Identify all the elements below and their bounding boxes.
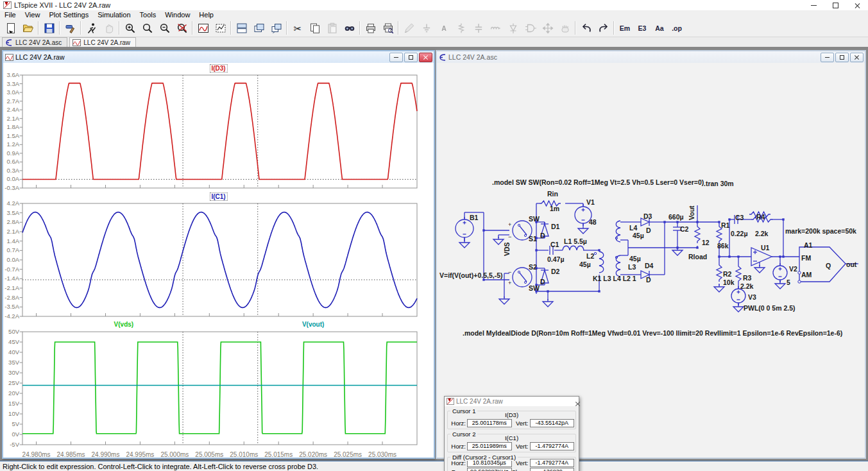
- schematic-label[interactable]: D: [540, 278, 545, 286]
- menu-help[interactable]: Help: [194, 11, 218, 19]
- schematic-label[interactable]: L1 5.5µ: [564, 237, 587, 245]
- schematic-label[interactable]: 45µ: [579, 261, 591, 268]
- schematic-label[interactable]: D: [646, 227, 651, 234]
- schematic-label[interactable]: 660µ: [668, 213, 684, 221]
- arrange-windows-icon[interactable]: [268, 19, 285, 37]
- freq-value[interactable]: 92.503987KHz: [467, 468, 512, 471]
- cascade-windows-icon[interactable]: [250, 19, 268, 37]
- schematic-label[interactable]: 2.2k: [755, 230, 769, 237]
- sch-restore-button[interactable]: [835, 53, 849, 62]
- schematic-label[interactable]: C2: [680, 225, 689, 233]
- schematic-label[interactable]: A1: [804, 241, 813, 249]
- zoom-in-icon[interactable]: [121, 19, 139, 37]
- schematic-label[interactable]: PWL(0 0 5m 2.5): [744, 304, 796, 312]
- schematic-window-title-bar[interactable]: LLC 24V 2A.asc: [437, 51, 865, 63]
- save-icon[interactable]: [40, 19, 58, 37]
- menu-simulation[interactable]: Simulation: [93, 11, 135, 19]
- cursor1-vert-value[interactable]: -43.55142pA: [530, 419, 575, 427]
- schematic-label[interactable]: .model SW SW(Ron=0.02 Roff=1Meg Vt=2.5 V…: [492, 178, 704, 186]
- sch-close-button[interactable]: [850, 53, 864, 62]
- waveform-window-title-bar[interactable]: LLC 24V 2A.raw: [3, 51, 434, 63]
- diff-vert-value[interactable]: -1.4792774A: [530, 459, 575, 467]
- schematic-label[interactable]: D1: [551, 223, 560, 230]
- schematic-label[interactable]: L3: [628, 263, 636, 271]
- schematic-label[interactable]: R1: [721, 221, 730, 229]
- cursor2-horz-value[interactable]: 25.011989ms: [467, 442, 512, 450]
- zoom-full-extents-icon[interactable]: [173, 19, 191, 37]
- schematic-label[interactable]: mark=200k space=50k: [785, 227, 856, 235]
- schematic-label[interactable]: 2.2k: [740, 282, 754, 290]
- schematic-label[interactable]: R2: [723, 270, 732, 278]
- zoom-box-icon[interactable]: [212, 19, 229, 37]
- waveform-pane-2[interactable]: 4.2A3.5A2.8A2.1A1.4A0.7A0.0A-0.7A-1.4A-2…: [3, 201, 429, 318]
- waveform-plot-area[interactable]: I(D3)3.6A3.3A3.0A2.7A2.4A2.1A1.8A1.5A1.2…: [3, 63, 434, 458]
- schematic-label[interactable]: 45µ: [629, 255, 641, 262]
- schematic-label[interactable]: 45µ: [633, 232, 644, 239]
- plot-close-button[interactable]: [419, 53, 432, 62]
- new-schematic-icon[interactable]: [2, 19, 19, 37]
- schematic-label[interactable]: L4: [629, 224, 637, 232]
- schematic-label[interactable]: S1: [529, 235, 537, 243]
- schematic-label[interactable]: 48: [589, 218, 597, 226]
- schematic-label[interactable]: V3: [748, 293, 756, 301]
- waveform-pane-3[interactable]: 50V45V40V35V30V25V20V15V10V5V0V-5V: [3, 329, 429, 447]
- print-preview-icon[interactable]: [379, 19, 396, 37]
- schematic-label[interactable]: C1: [550, 241, 559, 248]
- tab-llc-24v-2a-asc[interactable]: LLC 24V 2A.asc: [2, 37, 67, 47]
- schematic-label[interactable]: Q: [826, 262, 831, 270]
- schematic-label[interactable]: D: [540, 232, 545, 239]
- plot-minimize-button[interactable]: [389, 53, 403, 62]
- schematic-label[interactable]: D2: [551, 268, 560, 275]
- schematic-label[interactable]: 1m: [550, 205, 559, 212]
- slope-value[interactable]: -136839: [530, 468, 575, 471]
- schematic-label[interactable]: R4: [756, 213, 765, 221]
- schematic-label[interactable]: AM: [801, 271, 812, 278]
- menu-view[interactable]: View: [21, 11, 45, 19]
- schematic-label[interactable]: C3: [735, 214, 744, 221]
- trace-label-id3[interactable]: I(D3): [209, 64, 227, 73]
- menu-plot-settings[interactable]: Plot Settings: [44, 11, 93, 19]
- schematic-label[interactable]: FM: [801, 254, 811, 262]
- cursor2-vert-value[interactable]: -1.4792774A: [530, 442, 575, 450]
- schematic-label[interactable]: 0.22µ: [731, 230, 748, 237]
- cursor1-horz-value[interactable]: 25.001178ms: [467, 419, 512, 427]
- plot-restore-button[interactable]: [404, 53, 418, 62]
- undo-icon[interactable]: [577, 19, 595, 37]
- schematic-label[interactable]: 5: [787, 278, 790, 286]
- schematic-label[interactable]: V2: [789, 265, 797, 273]
- schematic-label[interactable]: 10k: [723, 278, 735, 286]
- restore-button[interactable]: [824, 0, 846, 10]
- schematic-label[interactable]: V1: [586, 198, 595, 206]
- schematic-label[interactable]: K1 L3 L4 L2 1: [593, 275, 636, 282]
- autorange-y-icon[interactable]: [194, 19, 212, 37]
- control-panel-icon[interactable]: [62, 19, 79, 37]
- zoom-out-icon[interactable]: [156, 19, 173, 37]
- trace-label-ic1[interactable]: I(C1): [209, 193, 227, 201]
- menu-tools[interactable]: Tools: [135, 11, 161, 19]
- schematic-label[interactable]: Rload: [688, 253, 707, 261]
- cursor-dialog[interactable]: LLC 24V 2A.raw Cursor 1 I(D3) Horz: 25.0…: [444, 396, 579, 471]
- schematic-label[interactable]: D3: [643, 212, 652, 220]
- place-text-icon[interactable]: Aa: [651, 19, 668, 37]
- schematic-label[interactable]: Rin: [547, 190, 558, 198]
- waveform-window[interactable]: LLC 24V 2A.raw I(D3)3.6A3.3A3.0A2.7A2.4A…: [2, 50, 435, 459]
- schematic-label[interactable]: SW: [529, 284, 540, 292]
- trace-label-vvout[interactable]: V(vout): [301, 321, 325, 328]
- schematic-label[interactable]: SW: [529, 215, 540, 223]
- schematic-label[interactable]: V=if(V(out)+0.5,5,-5): [439, 271, 503, 279]
- run-simulation-icon[interactable]: [83, 19, 100, 37]
- redo-icon[interactable]: [595, 19, 612, 37]
- trace-label-vvds[interactable]: V(vds): [113, 321, 135, 328]
- minimize-button[interactable]: [803, 0, 824, 10]
- schematic-label[interactable]: 0.47µ: [547, 255, 565, 263]
- close-button[interactable]: [846, 0, 868, 10]
- schematic-label[interactable]: VDS: [503, 242, 511, 256]
- schematic-label[interactable]: R3: [743, 274, 752, 282]
- open-file-icon[interactable]: [19, 19, 37, 37]
- menu-file[interactable]: File: [0, 11, 21, 19]
- schematic-label[interactable]: .tran 30m: [704, 180, 734, 187]
- schematic-label[interactable]: U1: [761, 244, 770, 252]
- schematic-label[interactable]: D4: [645, 262, 654, 270]
- rotate-icon[interactable]: E3: [633, 19, 651, 37]
- menu-window[interactable]: Window: [160, 11, 194, 19]
